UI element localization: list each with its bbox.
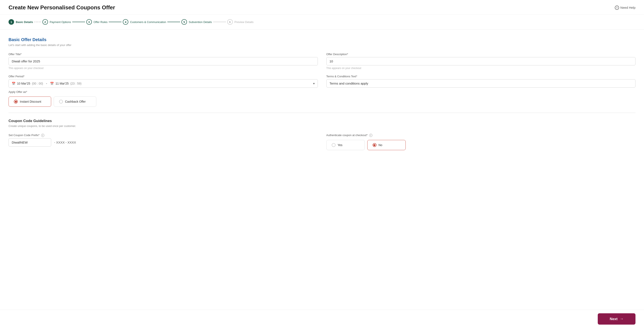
terms-input[interactable]	[326, 79, 636, 87]
auth-yes[interactable]: Yes	[326, 140, 365, 150]
connector-5-6	[213, 22, 226, 22]
radio-instant-dot	[15, 101, 17, 103]
authenticate-label: Authenticate coupon at checkout* i	[326, 134, 636, 137]
offer-description-group: Offer Description* This appears on your …	[326, 53, 636, 70]
offer-period-group: Offer Period* 📅 10 Mar'25 (00 : 00) - 📅 …	[8, 75, 318, 88]
help-link[interactable]: i Need Help	[615, 5, 636, 10]
offer-description-hint: This appears on your checkout	[326, 67, 636, 70]
step-5-circle: 5	[182, 19, 187, 25]
next-label: Next	[610, 317, 618, 321]
radio-cashback-circle	[59, 100, 63, 103]
auth-no-label: No	[378, 143, 382, 147]
page-title: Create New Personalised Coupons Offer	[8, 4, 115, 11]
basic-offer-subtitle: Let's start with adding the basic detail…	[8, 43, 636, 47]
authenticate-group: Authenticate coupon at checkout* i Yes	[326, 134, 636, 150]
bottom-bar: Next →	[0, 310, 644, 328]
step-6-label: Preview Details	[234, 20, 254, 24]
terms-group: Terms & Conditions Text*	[326, 75, 636, 88]
coupon-section-title: Coupon Code Guidelines	[8, 119, 636, 123]
connector-4-5	[167, 22, 180, 22]
radio-cashback-offer[interactable]: Cashback Offer	[54, 96, 96, 107]
stepper: 1 Basic Details 2 Payment Options 3 Offe…	[0, 14, 644, 30]
connector-3-4	[109, 22, 122, 22]
connector-1-2	[34, 21, 41, 22]
apply-offer-label: Apply Offer as*	[8, 90, 636, 93]
coupon-prefix-input[interactable]	[8, 138, 51, 147]
calendar-start-icon: 📅	[12, 82, 15, 85]
step-1-label: Basic Details	[16, 20, 33, 24]
auth-yes-circle	[332, 143, 336, 147]
radio-instant-discount[interactable]: Instant Discount	[8, 96, 51, 107]
step-1-circle: 1	[8, 19, 14, 25]
authenticate-info-icon: i	[369, 134, 372, 137]
calendar-end-icon: 📅	[50, 82, 54, 85]
next-arrow-icon: →	[620, 317, 624, 321]
chevron-down-icon: ▾	[313, 82, 315, 85]
auth-no-circle	[373, 143, 376, 147]
step-4-label: Customers & Communication	[130, 20, 166, 24]
step-4-circle: 4	[123, 19, 128, 25]
step-2-label: Payment Options	[50, 20, 71, 24]
step-3[interactable]: 3 Offer Rules	[86, 19, 108, 25]
prefix-info-icon: i	[41, 134, 44, 137]
offer-period-picker[interactable]: 📅 10 Mar'25 (00 : 00) - 📅 11 Mar'25 (23 …	[8, 79, 318, 88]
step-3-label: Offer Rules	[94, 20, 108, 24]
coupon-section: Coupon Code Guidelines Create unique cou…	[8, 119, 636, 150]
radio-instant-circle	[14, 100, 18, 103]
authenticate-radio-group: Yes No	[326, 140, 636, 150]
offer-description-label: Offer Description*	[326, 53, 636, 56]
step-4[interactable]: 4 Customers & Communication	[123, 19, 166, 25]
apply-offer-group: Apply Offer as* Instant Discount Cashbac…	[8, 90, 636, 107]
step-1[interactable]: 1 Basic Details	[8, 19, 33, 25]
step-5-label: Subvention Details	[189, 20, 212, 24]
section-divider	[8, 113, 636, 113]
info-icon: i	[615, 5, 619, 10]
next-button[interactable]: Next →	[598, 313, 636, 325]
offer-title-hint: This appears on your checkout	[8, 67, 318, 70]
step-2[interactable]: 2 Payment Options	[42, 19, 71, 25]
radio-instant-label: Instant Discount	[20, 100, 41, 103]
offer-period-start: 10 Mar'25 (00 : 00)	[17, 82, 43, 85]
radio-cashback-label: Cashback Offer	[65, 100, 86, 103]
step-5[interactable]: 5 Subvention Details	[182, 19, 212, 25]
auth-yes-label: Yes	[338, 143, 342, 147]
offer-period-end: 11 Mar'25 (23 : 59)	[56, 82, 82, 85]
step-6-circle: 6	[227, 19, 233, 25]
offer-period-label: Offer Period*	[8, 75, 318, 78]
offer-description-input[interactable]	[326, 57, 636, 65]
offer-title-group: Offer Title* This appears on your checko…	[8, 53, 318, 70]
coupon-suffix-display: - XXXX - XXXX	[54, 141, 76, 144]
period-separator: -	[46, 82, 47, 85]
coupon-section-subtitle: Create unique coupons, to be used once p…	[8, 124, 636, 128]
offer-title-input[interactable]	[8, 57, 318, 65]
auth-no-dot	[374, 144, 376, 146]
help-label: Need Help	[620, 6, 636, 9]
apply-offer-radio-group: Instant Discount Cashback Offer	[8, 96, 636, 107]
terms-label: Terms & Conditions Text*	[326, 75, 636, 78]
auth-no[interactable]: No	[367, 140, 406, 150]
connector-2-3	[72, 22, 85, 22]
coupon-prefix-group: Set Coupon Code Prefix* i - XXXX - XXXX	[8, 134, 318, 150]
coupon-prefix-label: Set Coupon Code Prefix* i	[8, 134, 318, 137]
basic-offer-title: Basic Offer Details	[8, 37, 636, 42]
offer-title-label: Offer Title*	[8, 53, 318, 56]
step-6[interactable]: 6 Preview Details	[227, 19, 254, 25]
step-2-circle: 2	[42, 19, 48, 25]
step-3-circle: 3	[86, 19, 92, 25]
